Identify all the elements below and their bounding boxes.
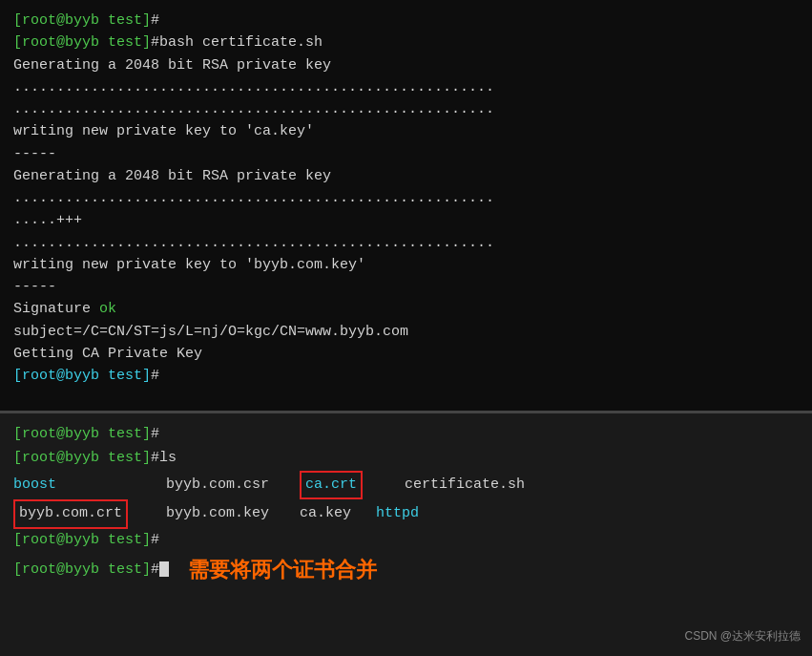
terminal-line-5: ........................................… <box>13 98 799 120</box>
terminal-line-13: ----- <box>13 276 799 298</box>
file-cacrt-boxed: ca.crt <box>300 471 405 500</box>
bottom-line-1: [root@byyb test]# <box>13 423 799 447</box>
bottom-files-row2: byyb.com.crt byyb.com.key ca.key httpd <box>13 499 799 529</box>
terminal-line-11: ........................................… <box>13 232 799 254</box>
file-cakey: ca.key <box>300 502 376 526</box>
file-certificatesh: certificate.sh <box>405 474 525 497</box>
file-byybcomcsr: byyb.com.csr <box>147 474 300 497</box>
watermark: CSDN @达米安利拉德 <box>684 627 801 646</box>
terminal-line-6: writing new private key to 'ca.key' <box>13 120 799 142</box>
bottom-files-row1: boost byyb.com.csr ca.crt certificate.sh <box>13 471 799 500</box>
file-httpd: httpd <box>376 502 419 526</box>
terminal-line-getting: Getting CA Private Key <box>13 343 799 365</box>
terminal-line-7: ----- <box>13 143 799 165</box>
file-byybcomcrt-boxed: byyb.com.crt <box>13 499 147 529</box>
chinese-annotation: 需要将两个证书合并 <box>188 553 377 587</box>
terminal-line-last: [root@byyb test]# <box>13 365 799 387</box>
terminal-line-9: ........................................… <box>13 187 799 209</box>
terminal-line-4: ........................................… <box>13 76 799 98</box>
bottom-line-end2: [root@byyb test]# 需要将两个证书合并 <box>13 553 799 587</box>
terminal-line-8: Generating a 2048 bit RSA private key <box>13 165 799 187</box>
bottom-line-2: [root@byyb test]#ls <box>13 447 799 471</box>
terminal-top: [root@byyb test]# [root@byyb test]#bash … <box>0 0 812 411</box>
bottom-line-end1: [root@byyb test]# <box>13 529 799 553</box>
terminal-line-subject: subject=/C=CN/ST=js/L=nj/O=kgc/CN=www.by… <box>13 321 799 343</box>
terminal-line-10: .....+++ <box>13 209 799 231</box>
terminal-bottom: [root@byyb test]# [root@byyb test]#ls bo… <box>0 411 812 656</box>
terminal-line-3: Generating a 2048 bit RSA private key <box>13 54 799 76</box>
terminal-line-12: writing new private key to 'byyb.com.key… <box>13 254 799 276</box>
file-boost: boost <box>13 474 147 497</box>
terminal-line-sig: Signature ok <box>13 298 799 320</box>
terminal-line-1: [root@byyb test]# <box>13 10 799 32</box>
file-byybcomkey: byyb.com.key <box>147 502 300 526</box>
terminal-line-2: [root@byyb test]#bash certificate.sh <box>13 32 799 53</box>
